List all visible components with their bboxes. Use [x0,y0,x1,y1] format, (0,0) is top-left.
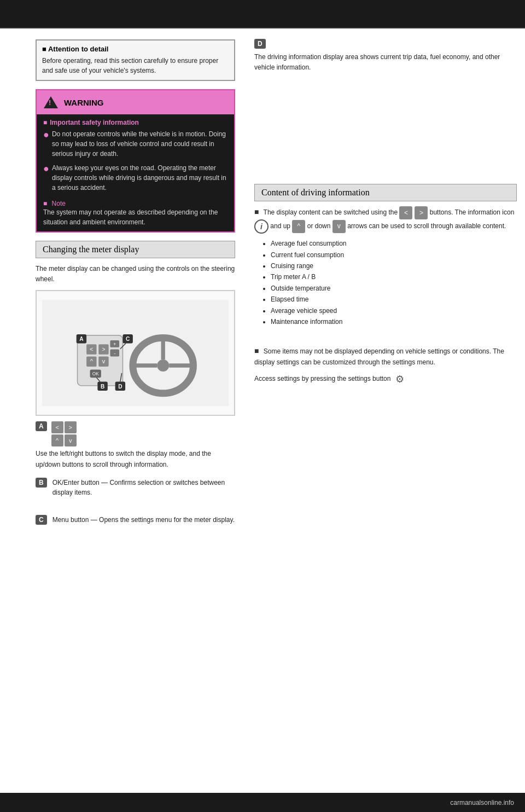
warning-title: WARNING [64,98,104,107]
label-c: C [36,515,47,525]
control-c-text: Menu button — Opens the settings menu fo… [52,515,235,525]
d-section: D The driving information display area s… [254,39,517,73]
section2-text: ■ Some items may not be displayed depend… [254,345,517,368]
svg-text:v: v [102,358,106,365]
section1-marker: ■ [254,207,259,216]
arrow-row-lr: < > [51,421,77,433]
svg-text:A: A [79,336,84,342]
gear-icon: ⚙ [393,372,407,386]
attention-box: ■ Attention to detail Before operating, … [36,39,235,81]
car-diagram-svg: < > ^ v OK + - A [42,297,229,409]
svg-text:>: > [102,346,105,353]
left-arrow-icon[interactable]: < [399,206,412,219]
d-section-text: The driving information display area sho… [254,52,517,73]
list-item: Maintenance information [271,316,517,327]
svg-text:C: C [126,336,130,342]
down-icon[interactable]: v [332,220,346,233]
section1-text: ■ The display content can be switched us… [254,206,517,234]
spacer-right [254,81,517,179]
info-items-list: Average fuel consumptionCurrent fuel con… [271,238,517,327]
car-diagram-container: < > ^ v OK + - A [36,290,235,416]
section-heading-meter: Changing the meter display [36,241,235,258]
warning-section-label: Important safety information [43,119,228,126]
top-bar [0,0,525,27]
section2-marker: ■ [254,346,259,355]
attention-text: Before operating, read this section care… [42,56,229,76]
warning-item-1: ● Do not operate controls while the vehi… [43,129,228,159]
spacer-2 [254,334,517,345]
warning-triangle-icon [44,96,58,108]
list-item: Cruising range [271,260,517,271]
label-b: B [36,478,47,488]
lr-arrow-icons: < > [399,206,428,219]
svg-point-2 [157,359,169,372]
svg-text:^: ^ [90,358,94,365]
footer-url: carmanualsonline.info [450,799,514,807]
control-b-row: B OK/Enter button — Confirms selection o… [36,478,235,497]
control-b-text: OK/Enter button — Confirms selection or … [52,478,235,497]
list-item: Average vehicle speed [271,305,517,316]
warning-icon [43,95,59,110]
right-arrow-icon[interactable]: > [415,206,428,219]
down-arrow-btn[interactable]: v [65,434,77,446]
intro-text: The meter display can be changed using t… [36,264,235,285]
warning-header: WARNING [37,90,234,114]
warning-item-2: ● Always keep your eyes on the road. Ope… [43,163,228,193]
left-arrow-btn[interactable]: < [51,421,63,433]
svg-text:+: + [113,341,116,347]
list-item: Trip meter A / B [271,271,517,282]
list-item: Current fuel consumption [271,250,517,260]
warning-content: Important safety information ● Do not op… [37,114,234,231]
warning-box: WARNING Important safety information ● D… [36,89,235,233]
control-a-row: A < > ^ v [36,421,235,446]
driving-info-section1: ■ The display content can be switched us… [254,206,517,327]
attention-title: ■ Attention to detail [42,45,229,53]
footer-bar: carmanualsonline.info [0,793,525,812]
gear-note-text: Access settings by pressing the settings… [254,372,517,386]
svg-text:D: D [118,384,122,390]
bullet-icon-2: ● [43,163,49,175]
content-heading: Content of driving information [254,184,517,201]
arrow-buttons-group: < > ^ v [51,421,77,446]
label-a: A [36,421,47,431]
driving-info-section2: ■ Some items may not be displayed depend… [254,345,517,386]
svg-text:B: B [101,384,104,390]
page-container: ■ Attention to detail Before operating, … [0,28,525,539]
list-item: Outside temperature [271,283,517,294]
warning-note: Note [43,197,228,207]
left-column: ■ Attention to detail Before operating, … [0,34,243,533]
svg-text:OK: OK [92,372,99,377]
warning-text-2: Always keep your eyes on the road. Opera… [52,163,228,193]
list-item: Elapsed time [271,294,517,305]
label-d: D [254,39,266,49]
up-icon[interactable]: ^ [292,220,305,233]
right-arrow-btn[interactable]: > [65,421,77,433]
up-arrow-btn[interactable]: ^ [51,434,63,446]
warning-note-text: The system may not operate as described … [43,207,228,227]
warning-text-1: Do not operate controls while the vehicl… [52,129,228,159]
control-a-desc: Use the left/right buttons to switch the… [36,449,235,469]
svg-text:<: < [90,346,93,353]
info-icon: i [254,219,269,234]
list-item: Average fuel consumption [271,238,517,249]
control-c-row: C Menu button — Opens the settings menu … [36,515,235,525]
arrow-row-ud: ^ v [51,434,77,446]
svg-text:-: - [114,351,115,356]
bullet-icon-1: ● [43,129,49,141]
right-column: D The driving information display area s… [243,34,525,533]
